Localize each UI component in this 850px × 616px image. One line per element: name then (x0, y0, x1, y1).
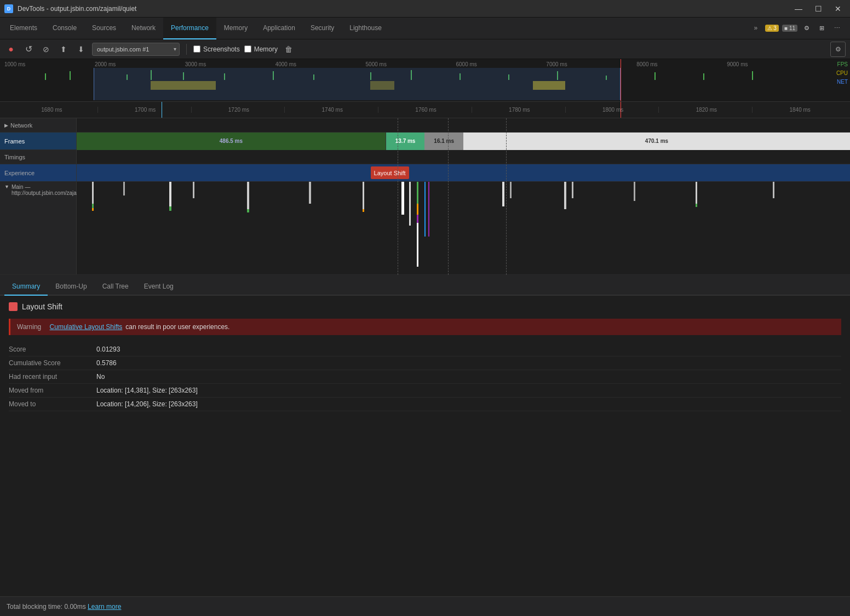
experience-label[interactable]: Experience (0, 164, 77, 181)
timings-label[interactable]: Timings (0, 150, 77, 164)
summary-panel: Layout Shift Warning Cumulative Layout S… (0, 296, 850, 596)
frame-segment-2: 13.7 ms (386, 133, 425, 150)
cumulative-layout-shifts-link[interactable]: Cumulative Layout Shifts (50, 323, 123, 331)
record-button[interactable]: ● (4, 43, 18, 56)
flame-bar (92, 182, 94, 204)
experience-content: Layout Shift (77, 164, 850, 181)
summary-title-icon (9, 302, 18, 311)
frame-segment-3: 16.1 ms (424, 133, 463, 150)
warnings-badge[interactable]: ⚠ 3 (765, 25, 779, 32)
tab-bottom-up[interactable]: Bottom-Up (48, 278, 94, 296)
warning-spacer (44, 323, 46, 331)
titlebar: D DevTools - output.jsbin.com/zajamil/qu… (0, 0, 850, 18)
errors-badge[interactable]: ■ 11 (782, 25, 797, 32)
time-1800: 1800 ms (565, 107, 659, 113)
tab-application[interactable]: Application (255, 18, 303, 39)
tab-event-log[interactable]: Event Log (136, 278, 181, 296)
frames-label: Frames (4, 138, 25, 145)
time-1840: 1840 ms (752, 107, 846, 113)
tab-memory[interactable]: Memory (216, 18, 255, 39)
score-row: Score 0.01293 (9, 343, 841, 356)
frame-label-4: 470.1 ms (645, 138, 668, 144)
flame-bar (309, 182, 311, 204)
time-1700: 1700 ms (97, 107, 191, 113)
save-profile-button[interactable]: ⬇ (74, 43, 88, 56)
flame-bar (564, 182, 566, 209)
overview-time-6000: 6000 ms (456, 61, 546, 67)
main-track-label[interactable]: ▼ Main — http://output.jsbin.com/zajamil… (0, 182, 77, 274)
time-1740: 1740 ms (284, 107, 378, 113)
flame-bar (193, 182, 194, 198)
overview-time-8000: 8000 ms (636, 61, 727, 67)
layout-shift-text: Layout Shift (374, 170, 406, 176)
tab-security[interactable]: Security (303, 18, 342, 39)
time-1680: 1680 ms (4, 107, 97, 113)
tab-sources[interactable]: Sources (84, 18, 124, 39)
frames-track-label[interactable]: Frames (0, 133, 77, 149)
more-options-button[interactable]: ⋯ (831, 23, 843, 33)
flame-bar (773, 182, 774, 198)
network-track-label[interactable]: ▶ Network (0, 118, 77, 132)
flame-bar (169, 206, 171, 211)
error-icon: ■ (784, 25, 788, 31)
screenshots-checkbox-label[interactable]: Screenshots (193, 45, 240, 53)
selected-region[interactable] (94, 68, 621, 100)
time-1820: 1820 ms (658, 107, 752, 113)
memory-label: Memory (254, 45, 278, 53)
overview-time-5000: 5000 ms (366, 61, 456, 67)
flame-bar (247, 182, 249, 209)
fps-label: FPS (837, 61, 848, 67)
warning-label: Warning (17, 323, 41, 331)
more-tabs-button[interactable]: » (750, 18, 762, 39)
minimize-button[interactable]: — (791, 1, 806, 16)
main-track: ▼ Main — http://output.jsbin.com/zajamil… (0, 182, 850, 275)
tab-elements[interactable]: Elements (2, 18, 45, 39)
clear-button[interactable]: ⊘ (39, 43, 53, 56)
flame-bar (409, 182, 411, 226)
window-title: DevTools - output.jsbin.com/zajamil/quie… (18, 5, 786, 13)
tab-performance[interactable]: Performance (163, 18, 216, 39)
maximize-button[interactable]: ☐ (811, 1, 826, 16)
flame-bar (92, 208, 94, 211)
recent-input-row: Had recent input No (9, 370, 841, 384)
load-profile-button[interactable]: ⬆ (57, 43, 70, 56)
score-label: Score (9, 346, 96, 353)
settings-button[interactable]: ⚙ (801, 23, 813, 33)
frame-label-3: 16.1 ms (434, 138, 454, 144)
summary-title-row: Layout Shift (9, 302, 841, 311)
memory-checkbox-label[interactable]: Memory (244, 45, 278, 53)
flame-bar (363, 209, 364, 212)
warning-count: 3 (773, 25, 777, 31)
memory-checkbox[interactable] (244, 45, 251, 53)
learn-more-link[interactable]: Learn more (88, 603, 121, 611)
net-label: NET (837, 79, 848, 85)
profile-selector[interactable]: output.jsbin.com #1 (92, 43, 180, 56)
screenshots-checkbox[interactable] (193, 45, 200, 53)
tab-network[interactable]: Network (124, 18, 163, 39)
tab-summary[interactable]: Summary (4, 278, 48, 296)
tab-call-tree[interactable]: Call Tree (95, 278, 136, 296)
tracks-area: ▶ Network Frames 486.5 ms 13.7 ms (0, 118, 850, 275)
tab-console[interactable]: Console (45, 18, 84, 39)
statusbar: Total blocking time: 0.00ms Learn more (0, 596, 850, 616)
profile-selector-wrapper: output.jsbin.com #1 (92, 43, 180, 56)
refresh-record-button[interactable]: ↺ (22, 43, 35, 56)
time-1780: 1780 ms (472, 107, 565, 113)
main-track-content (77, 182, 850, 274)
status-text: Total blocking time: 0.00ms (7, 603, 86, 611)
overview-time-7000: 7000 ms (546, 61, 636, 67)
frames-track: Frames 486.5 ms 13.7 ms 16.1 ms 470.1 ms (0, 133, 850, 150)
performance-toolbar: ● ↺ ⊘ ⬆ ⬇ output.jsbin.com #1 Screenshot… (0, 39, 850, 59)
close-button[interactable]: ✕ (830, 1, 846, 16)
tab-lighthouse[interactable]: Lighthouse (342, 18, 389, 39)
trash-button[interactable]: 🗑 (282, 43, 295, 56)
flame-bar (247, 209, 249, 212)
toolbar-separator (186, 44, 187, 55)
frames-track-content: 486.5 ms 13.7 ms 16.1 ms 470.1 ms (77, 133, 850, 150)
network-chevron: ▶ (4, 123, 8, 128)
timeline-overview[interactable]: 1000 ms 2000 ms 3000 ms 4000 ms 5000 ms … (0, 59, 850, 102)
moved-to-value: Location: [14,206], Size: [263x263] (96, 400, 198, 408)
layout-shift-marker[interactable]: Layout Shift (371, 166, 409, 179)
capture-settings-button[interactable]: ⚙ (830, 42, 846, 57)
dock-button[interactable]: ⊞ (816, 23, 828, 33)
